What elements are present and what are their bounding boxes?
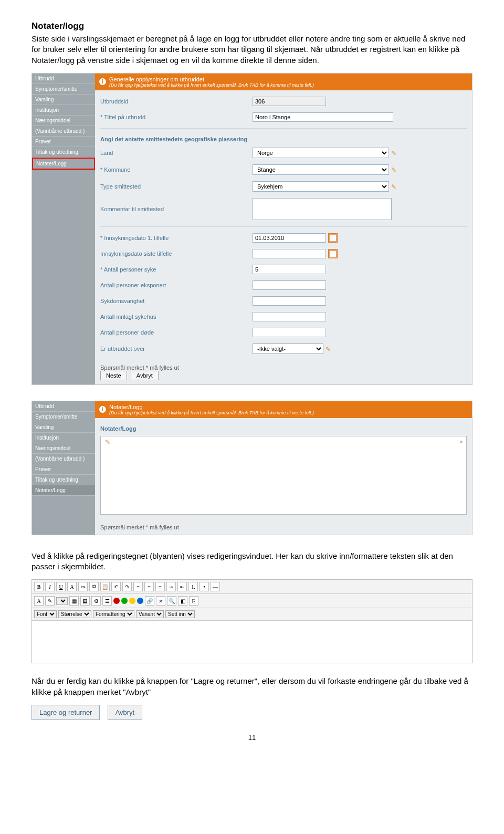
edit-icon[interactable]: ✎ xyxy=(391,183,397,190)
label: Innsykningsdato siste tilfelle xyxy=(100,251,253,257)
sidebar-item[interactable]: Prøver xyxy=(32,464,95,475)
cancel-button[interactable]: Avbryt xyxy=(131,371,159,380)
list-ul-icon[interactable]: • xyxy=(200,582,209,591)
find-icon[interactable]: 🔍 xyxy=(167,596,176,606)
tool-icon[interactable]: ⚙ xyxy=(91,596,101,606)
calendar-icon[interactable] xyxy=(328,249,338,258)
next-button[interactable]: Neste xyxy=(100,371,127,380)
edit-icon[interactable]: ✎ xyxy=(391,166,397,173)
notater-editor[interactable]: ✎ × xyxy=(100,436,467,515)
sidebar-item[interactable]: Symptomer/smitte xyxy=(32,412,95,422)
strike-icon[interactable]: A xyxy=(67,582,77,591)
label: Type smittested xyxy=(100,183,253,190)
redo-icon[interactable]: ↷ xyxy=(122,582,132,591)
sidebar: Utbrudd Symptomer/smitte Varsling Instit… xyxy=(32,74,95,384)
edit-icon[interactable]: ✎ xyxy=(105,439,111,445)
color-blue-icon[interactable] xyxy=(137,598,143,604)
screenshot-form: Utbrudd Symptomer/smitte Varsling Instit… xyxy=(32,73,472,385)
editor-canvas[interactable] xyxy=(32,621,472,663)
land-select[interactable]: Norge xyxy=(253,148,389,158)
sidebar-item[interactable]: Varsling xyxy=(32,422,95,433)
varighet-field[interactable] xyxy=(253,296,326,306)
required-note: Spørsmål merket * må fylles ut xyxy=(100,524,467,530)
outro-text: Når du er ferdig kan du klikke på knappe… xyxy=(32,676,472,697)
size-select[interactable]: Størrelse xyxy=(58,610,91,618)
label: Er utbruddet over xyxy=(100,346,253,352)
align-center-icon[interactable]: ≡ xyxy=(144,582,154,591)
underline-icon[interactable]: U xyxy=(56,582,66,591)
color-green-icon[interactable] xyxy=(121,598,128,604)
source-icon[interactable]: ◧ xyxy=(178,596,187,606)
variant-select[interactable]: Variant xyxy=(136,610,164,618)
undo-icon[interactable]: ↶ xyxy=(111,582,121,591)
edit-icon[interactable]: ✎ xyxy=(391,150,397,156)
intro-text: Siste side i varslingsskjemaet er beregn… xyxy=(32,34,472,66)
font-select[interactable]: Font xyxy=(34,610,57,618)
sykehus-field[interactable] xyxy=(253,312,326,321)
tool-icon[interactable]: ☰ xyxy=(102,596,112,606)
sidebar-item-notater[interactable]: Notater/Logg xyxy=(32,158,95,170)
sidebar-item[interactable]: Utbrudd xyxy=(32,401,95,412)
list-ol-icon[interactable]: 1. xyxy=(188,582,198,591)
link-icon[interactable]: 🔗 xyxy=(145,596,154,606)
hr-icon[interactable]: — xyxy=(211,582,220,591)
sidebar-item[interactable]: Prøver xyxy=(32,137,95,147)
tool-icon[interactable]: ▦ xyxy=(69,596,79,606)
geo-heading: Angi det antatte smittestedets geografis… xyxy=(100,132,467,144)
sidebar-item[interactable]: Næringsmiddel xyxy=(32,116,95,126)
bold-icon[interactable]: B xyxy=(34,582,44,591)
align-right-icon[interactable]: ≡ xyxy=(155,582,165,591)
fontcolor-icon[interactable]: A xyxy=(34,596,44,606)
section-hint: (Du får opp hjelpetekst ved å klikke på … xyxy=(109,82,314,88)
close-icon[interactable]: × xyxy=(460,439,463,445)
tool-icon[interactable]: ⎘ xyxy=(189,596,198,606)
unlink-icon[interactable]: ⤫ xyxy=(156,596,165,606)
dato2-field[interactable] xyxy=(253,249,326,258)
sidebar-item[interactable]: Varsling xyxy=(32,95,95,105)
sidebar-item[interactable]: Tiltak og utredning xyxy=(32,475,95,485)
syke-field[interactable] xyxy=(253,265,326,274)
align-left-icon[interactable]: ≡ xyxy=(133,582,143,591)
calendar-icon[interactable] xyxy=(328,233,338,243)
indent-icon[interactable]: ⇥ xyxy=(166,582,176,591)
outdent-icon[interactable]: ⇤ xyxy=(177,582,187,591)
type-select[interactable]: Sykehjem xyxy=(253,181,389,192)
edit-icon[interactable]: ✎ xyxy=(326,346,332,352)
sidebar-item[interactable]: Tiltak og utredning xyxy=(32,147,95,158)
rich-text-editor: B I U A ✂ ⧉ 📋 ↶ ↷ ≡ ≡ ≡ ⇥ ⇤ 1. • — A ✎ ▦… xyxy=(32,579,472,663)
brush-icon[interactable]: ✎ xyxy=(45,596,55,606)
label: * Kommune xyxy=(100,166,253,173)
eksp-field[interactable] xyxy=(253,280,326,290)
cut-icon[interactable]: ✂ xyxy=(78,582,88,591)
italic-icon[interactable]: I xyxy=(45,582,55,591)
utbruddsid-field[interactable] xyxy=(253,97,326,106)
sidebar-item[interactable]: Symptomer/smitte xyxy=(32,84,95,95)
color-red-icon[interactable] xyxy=(113,598,120,604)
insert-select[interactable]: Sett inn xyxy=(165,610,195,618)
sidebar-item[interactable]: Institusjon xyxy=(32,105,95,116)
sidebar-item-notater[interactable]: Notater/Logg xyxy=(32,485,95,496)
copy-icon[interactable]: ⧉ xyxy=(89,582,99,591)
color-yellow-icon[interactable] xyxy=(129,598,135,604)
section-title: Generelle opplysninger om utbruddet xyxy=(109,76,204,82)
sidebar-item[interactable]: Utbrudd xyxy=(32,74,95,84)
dode-field[interactable] xyxy=(253,328,326,337)
notater-label: Notater/Logg xyxy=(100,421,467,434)
sidebar-item[interactable]: (Vannbårne utbrudd ) xyxy=(32,126,95,137)
kommune-select[interactable]: Stange xyxy=(253,164,389,175)
dato1-field[interactable] xyxy=(253,233,326,243)
section-header: i Generelle opplysninger om utbruddet (D… xyxy=(95,74,472,90)
tittel-field[interactable] xyxy=(253,112,393,122)
sidebar-item[interactable]: Institusjon xyxy=(32,433,95,443)
format-select[interactable]: Formattering xyxy=(93,610,134,618)
sidebar-item[interactable]: Næringsmiddel xyxy=(32,443,95,454)
save-return-button[interactable]: Lagre og returner xyxy=(32,705,100,720)
select[interactable] xyxy=(56,597,68,605)
sidebar-item[interactable]: (Vannbårne utbrudd ) xyxy=(32,454,95,464)
cancel-button[interactable]: Avbryt xyxy=(108,705,143,720)
image-icon[interactable]: 🖼 xyxy=(80,596,90,606)
page-number: 11 xyxy=(32,734,472,742)
kommentar-field[interactable] xyxy=(253,198,392,220)
over-select[interactable]: -Ikke valgt- xyxy=(253,343,323,354)
paste-icon[interactable]: 📋 xyxy=(100,582,110,591)
